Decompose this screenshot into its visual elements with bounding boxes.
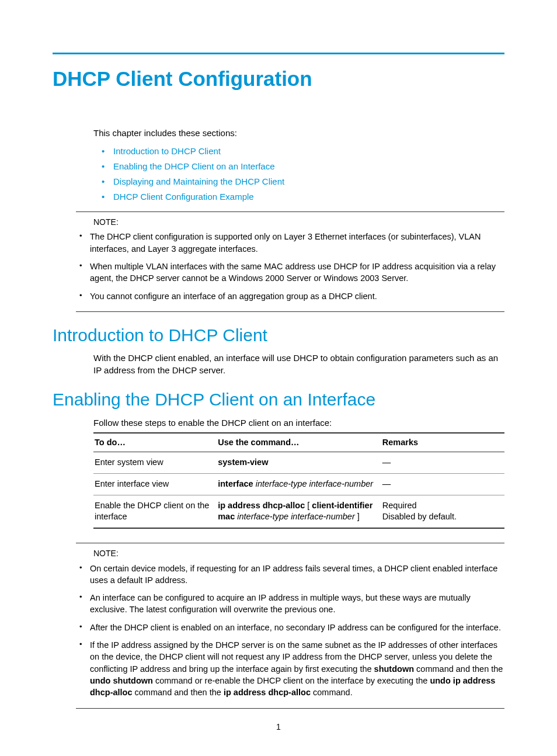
toc-link-display[interactable]: Displaying and Maintaining the DHCP Clie… bbox=[113, 176, 284, 186]
page-number: 1 bbox=[0, 722, 557, 733]
note-item: If the IP address assigned by the DHCP s… bbox=[76, 639, 504, 698]
table-row: Enter interface view interface interface… bbox=[93, 474, 504, 495]
note-item: After the DHCP client is enabled on an i… bbox=[76, 622, 504, 633]
note-item: You cannot configure an interface of an … bbox=[76, 290, 504, 302]
section-heading-intro: Introduction to DHCP Client bbox=[53, 324, 504, 348]
note-item: When multiple VLAN interfaces with the s… bbox=[76, 261, 504, 285]
table-cell-remarks: RequiredDisabled by default. bbox=[381, 495, 504, 528]
chapter-intro: This chapter includes these sections: bbox=[93, 127, 504, 139]
table-cell-todo: Enable the DHCP client on the interface bbox=[93, 495, 217, 528]
note-block-top: NOTE: The DHCP client configuration is s… bbox=[76, 211, 504, 312]
toc-list: Introduction to DHCP Client Enabling the… bbox=[93, 145, 504, 203]
table-cell-cmd: system-view bbox=[217, 452, 381, 474]
table-row: Enter system view system-view — bbox=[93, 452, 504, 474]
toc-link-example[interactable]: DHCP Client Configuration Example bbox=[113, 192, 254, 202]
table-cell-cmd: ip address dhcp-alloc [ client-identifie… bbox=[217, 495, 381, 528]
table-row: Enable the DHCP client on the interface … bbox=[93, 495, 504, 528]
note-item: An interface can be configured to acquir… bbox=[76, 592, 504, 616]
table-cell-remarks: — bbox=[381, 452, 504, 474]
table-header: Remarks bbox=[381, 433, 504, 452]
page-title: DHCP Client Configuration bbox=[53, 65, 504, 92]
table-cell-todo: Enter interface view bbox=[93, 474, 217, 495]
section-enable-lead: Follow these steps to enable the DHCP cl… bbox=[93, 417, 504, 429]
table-header: Use the command… bbox=[217, 433, 381, 452]
table-cell-remarks: — bbox=[381, 474, 504, 495]
command-table: To do… Use the command… Remarks Enter sy… bbox=[93, 432, 504, 529]
table-cell-cmd: interface interface-type interface-numbe… bbox=[217, 474, 381, 495]
section-heading-enable: Enabling the DHCP Client on an Interface bbox=[53, 388, 504, 412]
note-block-bottom: NOTE: On certain device models, if reque… bbox=[76, 543, 504, 709]
note-item: On certain device models, if requesting … bbox=[76, 563, 504, 587]
table-cell-todo: Enter system view bbox=[93, 452, 217, 474]
toc-link-intro[interactable]: Introduction to DHCP Client bbox=[113, 146, 221, 156]
note-label: NOTE: bbox=[93, 217, 504, 228]
table-header: To do… bbox=[93, 433, 217, 452]
section-intro-body: With the DHCP client enabled, an interfa… bbox=[93, 352, 504, 376]
note-item: The DHCP client configuration is support… bbox=[76, 231, 504, 255]
note-label: NOTE: bbox=[93, 548, 504, 559]
toc-link-enable[interactable]: Enabling the DHCP Client on an Interface bbox=[113, 161, 275, 171]
